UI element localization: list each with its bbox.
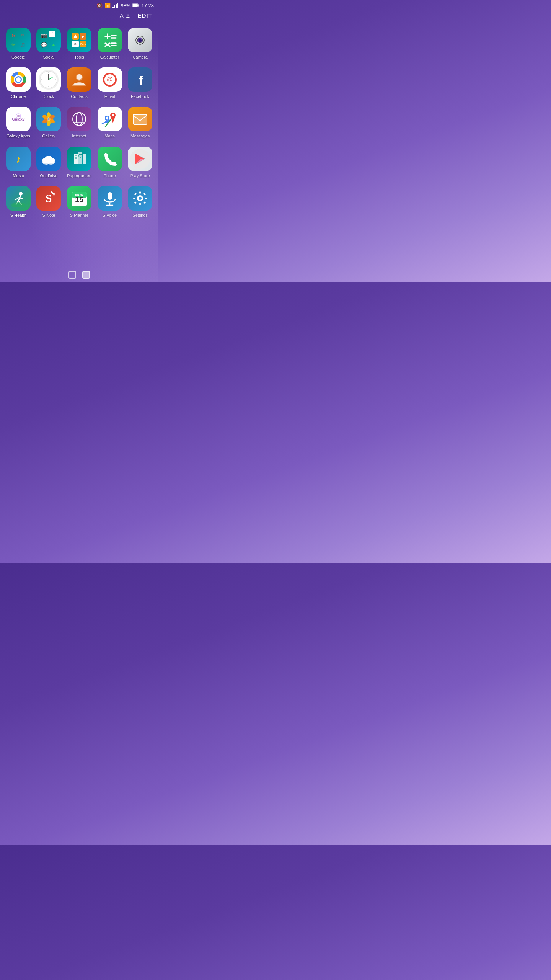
app-item-contacts[interactable]: Contacts [64,64,95,103]
chrome-icon [6,67,31,92]
svg-point-48 [17,115,20,117]
sort-az-button[interactable]: A-Z [120,12,130,19]
app-item-playstore[interactable]: Play Store [125,143,155,182]
music-icon: ♪ [6,147,31,171]
svg-rect-0 [112,7,114,8]
snote-icon: S [36,186,61,211]
svg-rect-122 [133,198,135,199]
tools-icon: ▶ ⚙ Gear [67,28,91,52]
svg-rect-123 [145,198,147,199]
app-item-music[interactable]: ♪ Music [3,143,34,182]
maps-label: Maps [104,134,115,139]
edit-button[interactable]: EDIT [138,12,152,19]
svg-point-38 [77,74,82,80]
app-item-onedrive[interactable]: OneDrive [34,143,64,182]
app-item-clock[interactable]: Clock [34,64,64,103]
playstore-icon [128,147,152,171]
svg-text:15: 15 [75,195,83,204]
top-controls: A-Z EDIT [0,11,158,22]
svg-text:♪: ♪ [16,153,21,165]
app-item-messages[interactable]: Messages [125,103,155,142]
svg-rect-121 [139,203,141,205]
app-item-chrome[interactable]: Chrome [3,64,34,103]
svg-rect-1 [114,5,115,8]
shealth-icon [6,186,31,211]
splanner-icon: MON 15 [67,186,91,211]
status-icons: 🔇 📶 98% 17:28 [96,3,154,8]
svg-rect-3 [117,3,118,8]
app-item-settings[interactable]: Settings [125,182,155,222]
music-label: Music [13,173,24,178]
app-item-shealth[interactable]: S Health [3,182,34,222]
mute-icon: 🔇 [96,3,103,8]
svg-rect-126 [134,201,137,204]
tools-label: Tools [74,55,84,60]
svg-point-103 [11,202,25,207]
svg-rect-2 [116,4,117,8]
app-item-calculator[interactable]: Calculator [95,24,125,64]
svg-point-35 [48,79,49,80]
app-item-social[interactable]: 📷 f 💬 ● Social [34,24,64,64]
settings-label: Settings [132,213,148,218]
camera-icon [128,28,152,52]
app-item-snote[interactable]: S S Note [34,182,64,222]
status-bar: 🔇 📶 98% 17:28 [0,0,158,11]
chrome-label: Chrome [11,94,26,99]
app-item-phone[interactable]: Phone [95,143,125,182]
app-item-papergarden[interactable]: Papergarden [64,143,95,182]
svg-rect-124 [134,193,137,195]
phone-icon [98,147,122,171]
internet-label: Internet [72,134,86,139]
google-label: Google [11,55,25,60]
onedrive-label: OneDrive [40,173,57,178]
battery-icon [132,3,139,7]
battery-percent: 98% [121,3,130,8]
svg-rect-120 [139,191,141,194]
app-item-splanner[interactable]: MON 15 S Planner [64,182,95,222]
app-item-google[interactable]: G ✉ 🗺 🎵 Google [3,24,34,64]
svg-rect-72 [133,114,147,124]
calculator-icon [98,28,122,52]
shealth-label: S Health [10,213,26,218]
social-icon: 📷 f 💬 ● [36,28,61,52]
clock-time: 17:28 [141,3,154,8]
signal-icon [112,3,119,8]
messages-label: Messages [130,134,150,139]
bottom-nav [0,271,158,279]
svg-rect-5 [139,5,139,6]
gallery-label: Gallery [42,134,55,139]
social-label: Social [43,55,54,60]
svg-rect-127 [143,201,146,204]
svg-marker-7 [73,34,77,38]
svg-point-56 [47,117,51,121]
svg-rect-114 [108,192,112,200]
contacts-label: Contacts [71,94,87,99]
svg-point-26 [16,77,21,82]
app-item-email[interactable]: @ Email [95,64,125,103]
app-item-gallery[interactable]: Gallery [34,103,64,142]
svg-rect-84 [78,152,82,164]
nav-home[interactable] [82,271,90,279]
app-item-internet[interactable]: Internet [64,103,95,142]
gallery-icon [36,107,61,131]
clock-label: Clock [44,94,54,99]
galaxy-label: Galaxy Apps [7,134,30,139]
svg-rect-81 [43,161,54,163]
papergarden-label: Papergarden [67,173,91,178]
svg-text:Galaxy: Galaxy [12,117,24,121]
email-label: Email [104,94,115,99]
app-item-camera[interactable]: Camera [125,24,155,64]
svg-text:S: S [46,192,52,204]
app-item-svoice[interactable]: S Voice [95,182,125,222]
svoice-label: S Voice [103,213,117,218]
snote-label: S Note [42,213,55,218]
app-item-facebook[interactable]: f Facebook [125,64,155,103]
google-icon: G ✉ 🗺 🎵 [6,28,31,52]
playstore-label: Play Store [130,173,150,178]
nav-recents[interactable] [68,271,76,279]
app-item-tools[interactable]: ▶ ⚙ Gear Tools [64,24,95,64]
app-item-maps[interactable]: g g Maps [95,103,125,142]
phone-label: Phone [104,173,116,178]
app-item-galaxy[interactable]: Galaxy Galaxy Apps [3,103,34,142]
messages-icon [128,107,152,131]
